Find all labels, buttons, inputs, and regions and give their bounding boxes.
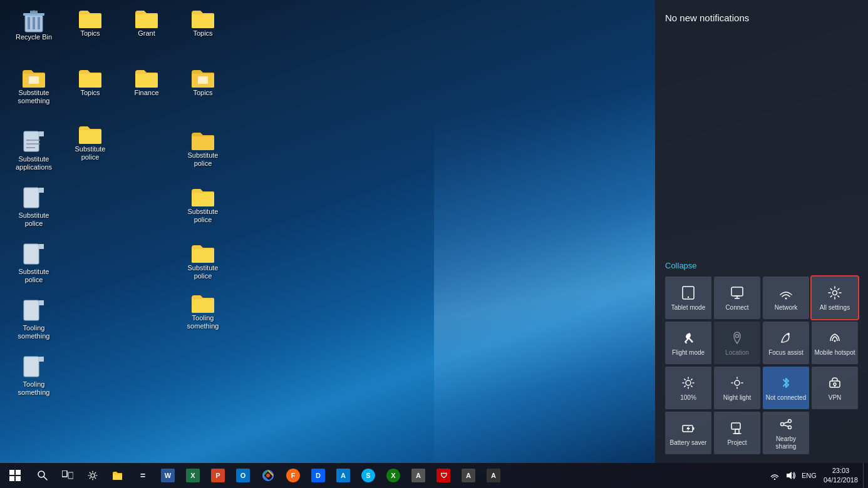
desktop-file-6[interactable]: Tooling something	[9, 297, 59, 343]
tablet-mode-button[interactable]: Tablet mode	[665, 277, 711, 319]
svg-point-34	[736, 334, 739, 337]
desktop-folder-4[interactable]: Substitute something	[9, 65, 59, 108]
firefox-icon: F	[286, 469, 300, 482]
svg-rect-3	[38, 17, 40, 29]
connect-button[interactable]: Connect	[714, 277, 760, 319]
collapse-button[interactable]: Collapse	[660, 257, 702, 274]
powerpoint-icon: P	[211, 469, 225, 482]
brightness-button[interactable]: 100%	[665, 367, 711, 409]
location-button[interactable]: Location	[714, 322, 760, 364]
eng-label[interactable]: ENG	[800, 468, 819, 483]
task-view-button[interactable]	[55, 463, 80, 488]
skype-taskbar-button[interactable]: S	[356, 463, 381, 488]
svg-rect-52	[9, 470, 14, 475]
bluetooth-button[interactable]: Not connected	[763, 367, 809, 409]
app5-taskbar-button[interactable]: A	[481, 463, 506, 488]
calculator-taskbar-button[interactable]: =	[130, 463, 155, 488]
chrome-taskbar-button[interactable]	[256, 463, 281, 488]
vpn-label: VPN	[829, 394, 842, 402]
desktop-file-2[interactable]: Substitute police	[65, 121, 115, 164]
svg-rect-1	[28, 17, 30, 29]
all-settings-button[interactable]: All settings	[812, 277, 858, 319]
svg-rect-19	[39, 244, 44, 249]
file-6-label: Tooling something	[11, 324, 56, 340]
night-light-label: Night light	[723, 394, 751, 402]
desktop-folder-7[interactable]: Topics	[178, 65, 228, 99]
mobile-hotspot-button[interactable]: Mobile hotspot	[812, 322, 858, 364]
network-button[interactable]: Network	[763, 277, 809, 319]
svg-point-40	[834, 383, 836, 385]
desktop-folder-5[interactable]: Topics	[65, 65, 115, 99]
xbox-taskbar-button[interactable]: X	[381, 463, 406, 488]
svg-line-57	[44, 477, 47, 480]
word-taskbar-button[interactable]: W	[155, 463, 180, 488]
task-view-icon	[62, 470, 73, 480]
connect-label: Connect	[725, 304, 748, 312]
svg-rect-59	[68, 472, 73, 479]
night-light-button[interactable]: Night light	[714, 367, 760, 409]
dropbox-icon: D	[311, 469, 325, 482]
desktop-folder-8[interactable]: Substitute police	[178, 184, 228, 226]
word-icon: W	[161, 469, 175, 482]
skype-icon: S	[361, 469, 375, 482]
settings-taskbar-button[interactable]	[80, 463, 105, 488]
app4-taskbar-button[interactable]: A	[456, 463, 481, 488]
dropbox-taskbar-button[interactable]: D	[306, 463, 331, 488]
folder-6-label: Finance	[134, 89, 158, 97]
folder-2-label: Grant	[138, 29, 155, 38]
notifications-empty-area	[655, 30, 868, 251]
file-5-label: Substitute police	[11, 268, 56, 284]
desktop-folder-10[interactable]: Tooling something	[178, 290, 228, 333]
svg-rect-44	[731, 423, 740, 429]
network-tray-icon[interactable]	[767, 468, 782, 483]
file-explorer-taskbar-button[interactable]	[105, 463, 130, 488]
desktop-file-3[interactable]: Substitute police	[178, 128, 228, 170]
mobile-hotspot-icon	[828, 331, 842, 347]
battery-saver-label: Battery saver	[670, 439, 707, 447]
outlook-taskbar-button[interactable]: O	[230, 463, 256, 488]
action-center-header: No new notifications	[655, 0, 868, 30]
app3-taskbar-button[interactable]: 🛡	[431, 463, 456, 488]
calculator-icon: =	[140, 470, 145, 480]
desktop-folder-2[interactable]: Grant	[121, 6, 172, 40]
svg-rect-10	[39, 131, 44, 136]
focus-assist-label: Focus assist	[768, 349, 803, 357]
svg-point-49	[788, 425, 792, 429]
powerpoint-taskbar-button[interactable]: P	[205, 463, 230, 488]
desktop-folder-9[interactable]: Substitute police	[178, 240, 228, 283]
desktop-file-5[interactable]: Substitute police	[9, 240, 59, 287]
svg-marker-64	[787, 472, 792, 479]
focus-assist-button[interactable]: Focus assist	[763, 322, 809, 364]
desktop-folder-3[interactable]: Topics	[178, 6, 228, 40]
excel-taskbar-button[interactable]: X	[180, 463, 205, 488]
no-notifications-text: No new notifications	[665, 13, 749, 23]
excel-icon: X	[186, 469, 200, 482]
desktop-file-1[interactable]: Substitute applications	[9, 128, 59, 174]
folder-1-label: Topics	[80, 29, 100, 38]
flight-mode-button[interactable]: Flight mode	[665, 322, 711, 364]
desktop-folder-6[interactable]: Finance	[121, 65, 172, 99]
quick-actions-grid: Tablet mode Connect	[660, 274, 863, 457]
nearby-sharing-button[interactable]: Nearby sharing	[763, 412, 809, 454]
recycle-bin-icon[interactable]: Recycle Bin	[9, 6, 59, 44]
volume-tray-icon[interactable]	[783, 468, 798, 483]
show-desktop-button[interactable]	[863, 463, 868, 488]
desktop-file-4[interactable]: Substitute police	[9, 184, 59, 230]
battery-saver-button[interactable]: Battery saver	[665, 412, 711, 454]
project-button[interactable]: Project	[714, 412, 760, 454]
start-button[interactable]	[0, 463, 30, 488]
search-button[interactable]	[30, 463, 55, 488]
desktop-folder-1[interactable]: Topics	[65, 6, 115, 40]
recycle-bin-svg	[23, 8, 45, 33]
svg-rect-14	[24, 188, 39, 208]
network-label: Network	[775, 304, 798, 312]
tablet-mode-label: Tablet mode	[671, 304, 705, 312]
app1-taskbar-button[interactable]: A	[331, 463, 356, 488]
app1-icon: A	[336, 469, 350, 482]
firefox-taskbar-button[interactable]: F	[281, 463, 306, 488]
svg-rect-53	[16, 470, 21, 475]
vpn-button[interactable]: VPN	[812, 367, 858, 409]
clock[interactable]: 23:03 04/12/2018	[819, 466, 863, 485]
app2-taskbar-button[interactable]: A	[406, 463, 431, 488]
desktop-file-7[interactable]: Tooling something	[9, 353, 59, 399]
